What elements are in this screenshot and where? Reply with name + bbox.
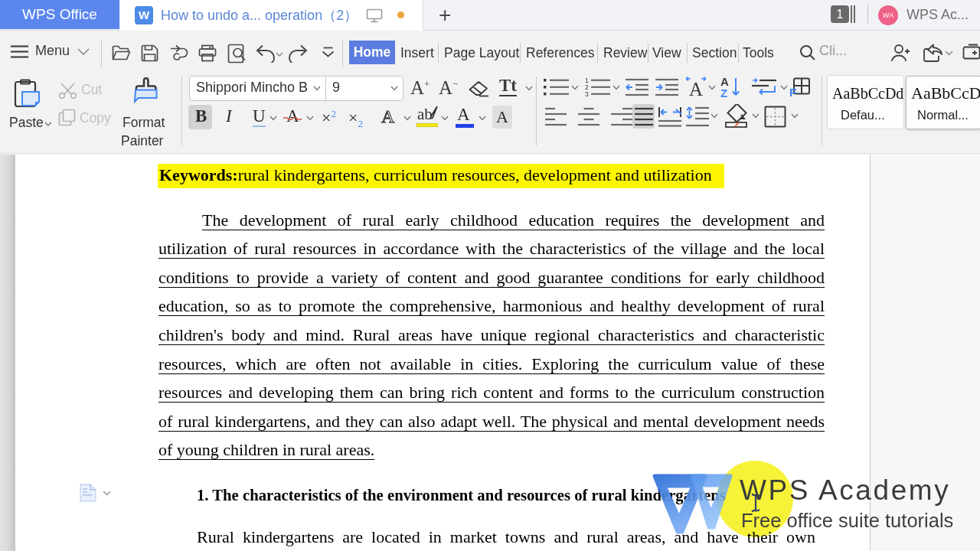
- svg-text:3: 3: [585, 90, 589, 96]
- svg-text:Z: Z: [720, 86, 727, 98]
- svg-text:A: A: [689, 79, 703, 97]
